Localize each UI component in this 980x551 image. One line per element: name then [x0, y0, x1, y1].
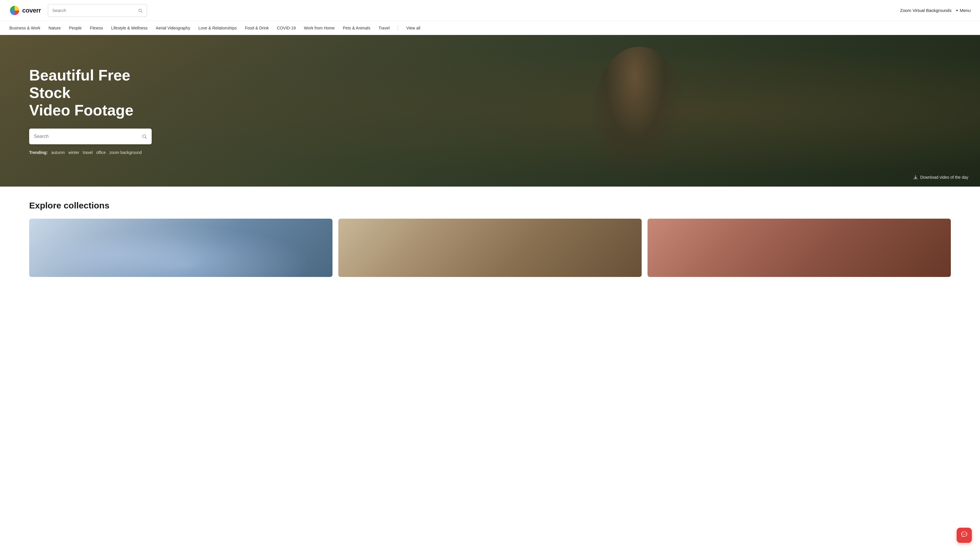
hero-figure	[593, 47, 686, 187]
header-search-icon	[138, 8, 143, 13]
nav-item-travel[interactable]: Travel	[379, 25, 390, 30]
nav-item-covid19[interactable]: COVID-19	[277, 25, 296, 30]
trending-travel[interactable]: travel	[83, 150, 93, 155]
hero-title: Beautiful Free Stock Video Footage	[29, 67, 175, 119]
header-right: Zoom Virtual Backgrounds ▾ Menu	[900, 8, 970, 13]
hero-title-line2: Video Footage	[29, 102, 133, 119]
hero-trending: Trending: autumn winter travel office zo…	[29, 150, 175, 155]
trending-office[interactable]: office	[96, 150, 106, 155]
nav-item-people[interactable]: People	[69, 25, 82, 30]
nav-item-business-work[interactable]: Business & Work	[10, 25, 40, 30]
hero-search-icon	[142, 134, 147, 139]
site-header: coverr Zoom Virtual Backgrounds ▾ Menu	[0, 0, 980, 21]
zoom-virtual-backgrounds-link[interactable]: Zoom Virtual Backgrounds	[900, 8, 951, 13]
nav-item-lifestyle-wellness[interactable]: Lifestyle & Wellness	[111, 25, 148, 30]
hero-download-button[interactable]: Download video of the day	[913, 175, 968, 179]
logo[interactable]: coverr	[10, 5, 41, 16]
menu-label: Menu	[959, 8, 970, 13]
trending-autumn[interactable]: autumn	[51, 150, 65, 155]
nav-item-love-relationships[interactable]: Love & Relationships	[198, 25, 237, 30]
collections-grid	[29, 219, 951, 277]
collections-title: Explore collections	[29, 200, 951, 211]
download-icon	[913, 175, 918, 179]
collection-card-nature[interactable]	[648, 219, 951, 277]
header-search-bar[interactable]	[48, 4, 147, 17]
collection-card-people[interactable]	[338, 219, 642, 277]
svg-line-2	[141, 11, 142, 13]
nav-item-food-drink[interactable]: Food & Drink	[245, 25, 269, 30]
nav-view-all[interactable]: View all	[406, 25, 420, 30]
hero-search-input[interactable]	[34, 134, 142, 139]
hero-search-bar[interactable]	[29, 129, 152, 144]
nav-item-work-from-home[interactable]: Work from Home	[304, 25, 335, 30]
logo-text: coverr	[22, 7, 41, 14]
nav-item-fitness[interactable]: Fitness	[90, 25, 103, 30]
hero-content: Beautiful Free Stock Video Footage Trend…	[0, 67, 175, 154]
svg-line-4	[145, 137, 146, 138]
logo-icon	[10, 5, 20, 16]
nav-item-aerial-videography[interactable]: Aerial Videography	[156, 25, 190, 30]
chevron-down-icon: ▾	[956, 8, 958, 13]
category-nav: Business & Work Nature People Fitness Li…	[0, 21, 980, 35]
trending-zoom-background[interactable]: zoom background	[110, 150, 142, 155]
trending-winter[interactable]: winter	[68, 150, 79, 155]
download-label: Download video of the day	[920, 175, 968, 179]
nav-item-nature[interactable]: Nature	[48, 25, 60, 30]
collections-section: Explore collections	[0, 187, 980, 289]
nav-item-pets-animals[interactable]: Pets & Animals	[343, 25, 371, 30]
header-search-input[interactable]	[52, 8, 138, 13]
hero-title-line1: Beautiful Free Stock	[29, 67, 130, 101]
menu-button[interactable]: ▾ Menu	[956, 8, 970, 13]
hero-section: Beautiful Free Stock Video Footage Trend…	[0, 35, 980, 187]
collection-card-winter[interactable]	[29, 219, 332, 277]
trending-label: Trending:	[29, 150, 48, 155]
